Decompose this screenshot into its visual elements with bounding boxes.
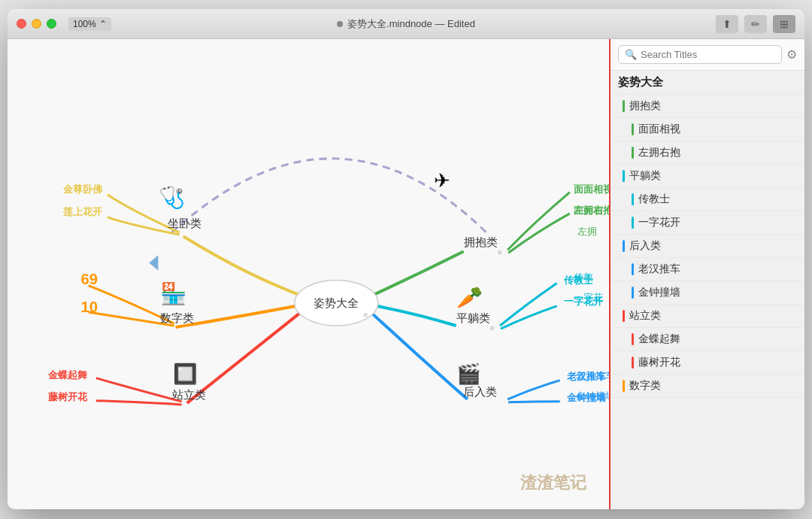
sidebar-list: 姿势大全拥抱类面面相视左拥右抱平躺类传教士一字花开后入类老汉推车金钟撞墙站立类金… — [611, 71, 804, 509]
sidebar-item-color-line — [632, 333, 634, 345]
sidebar-item-color-line — [623, 170, 625, 182]
sidebar-item-color-line — [632, 147, 634, 159]
sidebar-item-label: 金蝶起舞 — [638, 332, 680, 346]
svg-text:左拥: 左拥 — [577, 226, 597, 237]
svg-text:✈: ✈ — [434, 169, 450, 192]
sidebar-item-color-line — [623, 380, 625, 392]
sidebar-item-color-line — [623, 100, 625, 112]
svg-text:姿势大全: 姿势大全 — [314, 296, 359, 309]
sidebar-item-color-line — [632, 123, 634, 135]
sidebar-panel: 🔍 ⚙ 姿势大全拥抱类面面相视左拥右抱平躺类传教士一字花开后入类老汉推车金钟撞墙… — [609, 39, 804, 509]
svg-text:莲上花开: 莲上花开 — [63, 206, 103, 217]
search-input-wrap[interactable]: 🔍 — [618, 45, 782, 64]
svg-text:≡: ≡ — [498, 248, 502, 256]
edited-dot — [337, 21, 343, 27]
sidebar-item-color-line — [632, 217, 634, 229]
traffic-lights — [17, 19, 56, 29]
gear-icon[interactable]: ⚙ — [786, 47, 797, 62]
sidebar-item-color-line — [623, 240, 625, 252]
window-title-text: 姿势大全.mindnode — Edited — [347, 17, 475, 31]
svg-text:≡: ≡ — [364, 311, 368, 319]
sidebar-item-color-line — [623, 310, 625, 322]
window-title-bar: 姿势大全.mindnode — Edited — [337, 17, 475, 31]
svg-text:面面相视: 面面相视 — [574, 184, 609, 195]
sidebar-item-label: 一字花开 — [638, 216, 680, 229]
svg-text:🔲: 🔲 — [173, 362, 198, 386]
svg-text:面面相: 面面相 — [574, 205, 603, 216]
sidebar-item[interactable]: 藤树开花 — [611, 351, 804, 375]
svg-text:藤树开花: 藤树开花 — [48, 391, 88, 402]
maximize-button[interactable] — [47, 19, 56, 29]
close-button[interactable] — [17, 19, 26, 29]
mindmap-canvas[interactable]: 姿势大全 ≡ 坐卧类 🩺 数字类 🏪 站立类 🔲 拥抱类 ≡ 平躺类 ≡ — [8, 39, 609, 509]
sidebar-item-color-line — [632, 357, 634, 369]
svg-text:≡: ≡ — [490, 324, 495, 332]
sidebar-item-label: 藤树开花 — [638, 356, 680, 369]
share-button[interactable]: ⬆ — [716, 15, 738, 33]
svg-text:10: 10 — [81, 299, 98, 315]
sidebar-item-color-line — [632, 193, 634, 205]
svg-text:平躺类: 平躺类 — [456, 311, 490, 324]
sidebar-item-label: 平躺类 — [629, 169, 661, 183]
sidebar-item-label: 面面相视 — [638, 123, 680, 136]
edit-button[interactable]: ✏ — [744, 15, 767, 33]
svg-text:站立类: 站立类 — [172, 388, 206, 401]
sidebar-item[interactable]: 拥抱类 — [611, 95, 804, 118]
search-bar: 🔍 ⚙ — [611, 39, 804, 71]
sidebar-item[interactable]: 面面相视 — [611, 118, 804, 141]
svg-text:数字类: 数字类 — [160, 311, 194, 324]
sidebar-item[interactable]: 后入类 — [611, 235, 804, 258]
svg-text:坐卧类: 坐卧类 — [168, 217, 201, 229]
svg-text:一字花: 一字花 — [574, 292, 603, 303]
zoom-value: 100% — [73, 19, 96, 29]
sidebar-item-label: 后入类 — [629, 239, 661, 253]
search-input[interactable] — [641, 49, 775, 60]
svg-text:🥕: 🥕 — [456, 284, 483, 310]
sidebar-item[interactable]: 传教士 — [611, 188, 804, 211]
svg-marker-3 — [149, 255, 158, 270]
sidebar-item-label: 站立类 — [629, 309, 661, 323]
zoom-control[interactable]: 100% ⌃ — [68, 17, 111, 31]
sidebar-item[interactable]: 站立类 — [611, 305, 804, 328]
svg-text:金钟撞墙: 金钟撞墙 — [576, 390, 609, 402]
minimize-button[interactable] — [32, 19, 41, 29]
toolbar-right: ⬆ ✏ ⊞ — [716, 15, 795, 33]
svg-text:🏪: 🏪 — [160, 281, 187, 306]
sidebar-item-label: 传教士 — [638, 193, 670, 206]
mindmap-svg: 姿势大全 ≡ 坐卧类 🩺 数字类 🏪 站立类 🔲 拥抱类 ≡ 平躺类 ≡ — [8, 39, 609, 509]
sidebar-item-label: 数字类 — [629, 379, 661, 393]
panel-toggle-button[interactable]: ⊞ — [773, 15, 795, 33]
svg-text:传教: 传教 — [574, 272, 593, 283]
svg-text:后入类: 后入类 — [463, 385, 497, 398]
svg-text:金尊卧佛: 金尊卧佛 — [62, 184, 102, 195]
svg-text:拥抱类: 拥抱类 — [464, 235, 498, 248]
sidebar-item[interactable]: 金钟撞墙 — [611, 281, 804, 305]
sidebar-item-color-line — [632, 263, 634, 275]
sidebar-item[interactable]: 左拥右抱 — [611, 141, 804, 165]
watermark: 渣渣笔记 — [520, 472, 586, 494]
titlebar: 100% ⌃ 姿势大全.mindnode — Edited ⬆ ✏ ⊞ — [8, 9, 804, 39]
sidebar-item[interactable]: 老汉推车 — [611, 258, 804, 281]
svg-text:老汉推车: 老汉推车 — [576, 370, 609, 381]
sidebar-item[interactable]: 金蝶起舞 — [611, 328, 804, 351]
svg-text:🩺: 🩺 — [159, 184, 186, 210]
svg-text:金蝶起舞: 金蝶起舞 — [47, 369, 88, 381]
sidebar-item[interactable]: 一字花开 — [611, 211, 804, 235]
sidebar-item-label: 左拥右抱 — [638, 146, 680, 159]
sidebar-item-color-line — [632, 287, 634, 299]
sidebar-item[interactable]: 平躺类 — [611, 165, 804, 188]
zoom-arrow-icon: ⌃ — [99, 19, 107, 29]
sidebar-item-label: 姿势大全 — [618, 75, 663, 90]
sidebar-item-label: 金钟撞墙 — [638, 286, 680, 299]
main-content: 姿势大全 ≡ 坐卧类 🩺 数字类 🏪 站立类 🔲 拥抱类 ≡ 平躺类 ≡ — [8, 39, 804, 509]
sidebar-item[interactable]: 姿势大全 — [611, 71, 804, 95]
search-icon: 🔍 — [625, 49, 637, 60]
svg-text:🎬: 🎬 — [456, 362, 481, 386]
app-window: 100% ⌃ 姿势大全.mindnode — Edited ⬆ ✏ ⊞ — [8, 9, 804, 509]
svg-text:69: 69 — [81, 271, 98, 287]
sidebar-item[interactable]: 数字类 — [611, 375, 804, 398]
sidebar-item-label: 老汉推车 — [638, 263, 680, 276]
sidebar-item-label: 拥抱类 — [629, 99, 661, 113]
